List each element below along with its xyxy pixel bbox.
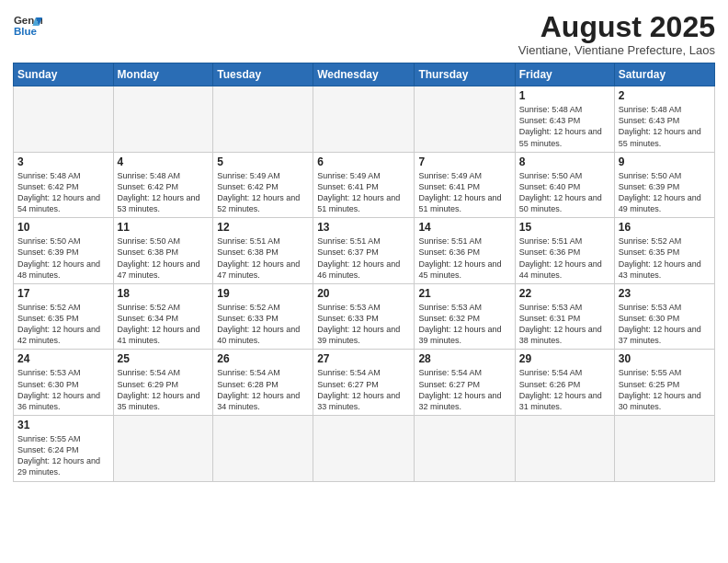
calendar: SundayMondayTuesdayWednesdayThursdayFrid… — [13, 63, 715, 481]
calendar-cell: 14Sunrise: 5:51 AM Sunset: 6:36 PM Dayli… — [415, 218, 515, 284]
day-number: 6 — [317, 155, 410, 168]
day-number: 31 — [17, 419, 109, 431]
day-number: 1 — [519, 89, 610, 102]
day-info: Sunrise: 5:51 AM Sunset: 6:36 PM Dayligh… — [519, 236, 610, 281]
calendar-cell: 8Sunrise: 5:50 AM Sunset: 6:40 PM Daylig… — [515, 152, 614, 218]
day-info: Sunrise: 5:54 AM Sunset: 6:27 PM Dayligh… — [317, 367, 410, 412]
calendar-cell: 9Sunrise: 5:50 AM Sunset: 6:39 PM Daylig… — [614, 152, 714, 218]
day-info: Sunrise: 5:52 AM Sunset: 6:35 PM Dayligh… — [17, 302, 109, 347]
calendar-cell: 6Sunrise: 5:49 AM Sunset: 6:41 PM Daylig… — [313, 152, 415, 218]
calendar-cell: 17Sunrise: 5:52 AM Sunset: 6:35 PM Dayli… — [14, 283, 114, 350]
calendar-cell: 5Sunrise: 5:49 AM Sunset: 6:42 PM Daylig… — [213, 152, 313, 218]
day-info: Sunrise: 5:48 AM Sunset: 6:42 PM Dayligh… — [118, 170, 210, 215]
calendar-week-1: 3Sunrise: 5:48 AM Sunset: 6:42 PM Daylig… — [14, 152, 715, 218]
day-info: Sunrise: 5:55 AM Sunset: 6:24 PM Dayligh… — [17, 433, 109, 478]
calendar-cell — [14, 86, 114, 153]
day-number: 15 — [519, 221, 610, 234]
calendar-cell: 29Sunrise: 5:54 AM Sunset: 6:26 PM Dayli… — [515, 350, 614, 416]
day-number: 29 — [519, 352, 610, 365]
weekday-header-row: SundayMondayTuesdayWednesdayThursdayFrid… — [14, 63, 715, 86]
calendar-cell: 13Sunrise: 5:51 AM Sunset: 6:37 PM Dayli… — [313, 218, 415, 284]
calendar-cell: 26Sunrise: 5:54 AM Sunset: 6:28 PM Dayli… — [213, 350, 313, 416]
day-number: 28 — [418, 352, 510, 365]
day-info: Sunrise: 5:48 AM Sunset: 6:42 PM Dayligh… — [17, 170, 109, 215]
day-number: 4 — [118, 155, 210, 168]
day-number: 30 — [619, 352, 711, 365]
calendar-cell: 24Sunrise: 5:53 AM Sunset: 6:30 PM Dayli… — [14, 350, 114, 416]
calendar-cell: 31Sunrise: 5:55 AM Sunset: 6:24 PM Dayli… — [14, 416, 114, 482]
day-info: Sunrise: 5:49 AM Sunset: 6:41 PM Dayligh… — [418, 170, 510, 215]
calendar-cell — [415, 86, 515, 153]
calendar-week-0: 1Sunrise: 5:48 AM Sunset: 6:43 PM Daylig… — [14, 86, 715, 153]
day-number: 20 — [317, 287, 410, 300]
calendar-week-2: 10Sunrise: 5:50 AM Sunset: 6:39 PM Dayli… — [14, 218, 715, 284]
day-number: 10 — [17, 221, 109, 234]
calendar-cell: 21Sunrise: 5:53 AM Sunset: 6:32 PM Dayli… — [415, 283, 515, 350]
calendar-cell: 4Sunrise: 5:48 AM Sunset: 6:42 PM Daylig… — [113, 152, 213, 218]
day-number: 22 — [519, 287, 610, 300]
logo: General Blue — [13, 11, 42, 40]
calendar-cell: 16Sunrise: 5:52 AM Sunset: 6:35 PM Dayli… — [614, 218, 714, 284]
day-info: Sunrise: 5:52 AM Sunset: 6:34 PM Dayligh… — [118, 302, 210, 347]
day-info: Sunrise: 5:53 AM Sunset: 6:30 PM Dayligh… — [619, 302, 711, 347]
day-number: 21 — [418, 287, 510, 300]
day-info: Sunrise: 5:49 AM Sunset: 6:41 PM Dayligh… — [317, 170, 410, 215]
calendar-cell: 27Sunrise: 5:54 AM Sunset: 6:27 PM Dayli… — [313, 350, 415, 416]
weekday-header-sunday: Sunday — [14, 63, 114, 86]
calendar-cell — [313, 416, 415, 482]
day-number: 24 — [17, 352, 109, 365]
calendar-cell: 10Sunrise: 5:50 AM Sunset: 6:39 PM Dayli… — [14, 218, 114, 284]
day-info: Sunrise: 5:51 AM Sunset: 6:38 PM Dayligh… — [217, 236, 309, 281]
weekday-header-saturday: Saturday — [614, 63, 714, 86]
day-info: Sunrise: 5:54 AM Sunset: 6:26 PM Dayligh… — [519, 367, 610, 412]
day-info: Sunrise: 5:50 AM Sunset: 6:40 PM Dayligh… — [519, 170, 610, 215]
calendar-cell: 30Sunrise: 5:55 AM Sunset: 6:25 PM Dayli… — [614, 350, 714, 416]
day-number: 12 — [217, 221, 309, 234]
day-number: 13 — [317, 221, 410, 234]
day-number: 18 — [118, 287, 210, 300]
day-info: Sunrise: 5:53 AM Sunset: 6:33 PM Dayligh… — [317, 302, 410, 347]
day-info: Sunrise: 5:50 AM Sunset: 6:38 PM Dayligh… — [118, 236, 210, 281]
calendar-cell: 11Sunrise: 5:50 AM Sunset: 6:38 PM Dayli… — [113, 218, 213, 284]
calendar-cell — [213, 86, 313, 153]
day-number: 23 — [619, 287, 711, 300]
day-info: Sunrise: 5:51 AM Sunset: 6:36 PM Dayligh… — [418, 236, 510, 281]
calendar-cell: 12Sunrise: 5:51 AM Sunset: 6:38 PM Dayli… — [213, 218, 313, 284]
weekday-header-tuesday: Tuesday — [213, 63, 313, 86]
day-info: Sunrise: 5:48 AM Sunset: 6:43 PM Dayligh… — [519, 104, 610, 149]
day-info: Sunrise: 5:50 AM Sunset: 6:39 PM Dayligh… — [619, 170, 711, 215]
day-info: Sunrise: 5:53 AM Sunset: 6:30 PM Dayligh… — [17, 367, 109, 412]
day-number: 5 — [217, 155, 309, 168]
calendar-cell: 15Sunrise: 5:51 AM Sunset: 6:36 PM Dayli… — [515, 218, 614, 284]
calendar-cell: 3Sunrise: 5:48 AM Sunset: 6:42 PM Daylig… — [14, 152, 114, 218]
calendar-cell: 22Sunrise: 5:53 AM Sunset: 6:31 PM Dayli… — [515, 283, 614, 350]
svg-text:Blue: Blue — [14, 26, 38, 37]
day-number: 27 — [317, 352, 410, 365]
month-title: August 2025 — [518, 11, 715, 43]
weekday-header-wednesday: Wednesday — [313, 63, 415, 86]
day-info: Sunrise: 5:54 AM Sunset: 6:29 PM Dayligh… — [118, 367, 210, 412]
calendar-cell: 18Sunrise: 5:52 AM Sunset: 6:34 PM Dayli… — [113, 283, 213, 350]
day-info: Sunrise: 5:53 AM Sunset: 6:32 PM Dayligh… — [418, 302, 510, 347]
calendar-cell — [515, 416, 614, 482]
calendar-cell: 1Sunrise: 5:48 AM Sunset: 6:43 PM Daylig… — [515, 86, 614, 153]
day-info: Sunrise: 5:52 AM Sunset: 6:33 PM Dayligh… — [217, 302, 309, 347]
calendar-cell: 23Sunrise: 5:53 AM Sunset: 6:30 PM Dayli… — [614, 283, 714, 350]
day-number: 25 — [118, 352, 210, 365]
calendar-cell — [113, 86, 213, 153]
calendar-cell — [415, 416, 515, 482]
day-info: Sunrise: 5:49 AM Sunset: 6:42 PM Dayligh… — [217, 170, 309, 215]
calendar-week-5: 31Sunrise: 5:55 AM Sunset: 6:24 PM Dayli… — [14, 416, 715, 482]
day-info: Sunrise: 5:55 AM Sunset: 6:25 PM Dayligh… — [619, 367, 711, 412]
calendar-cell — [614, 416, 714, 482]
calendar-cell — [113, 416, 213, 482]
day-info: Sunrise: 5:48 AM Sunset: 6:43 PM Dayligh… — [619, 104, 711, 149]
calendar-cell: 28Sunrise: 5:54 AM Sunset: 6:27 PM Dayli… — [415, 350, 515, 416]
title-block: August 2025 Vientiane, Vientiane Prefect… — [518, 11, 715, 57]
day-number: 2 — [619, 89, 711, 102]
day-info: Sunrise: 5:51 AM Sunset: 6:37 PM Dayligh… — [317, 236, 410, 281]
calendar-cell — [213, 416, 313, 482]
calendar-cell: 2Sunrise: 5:48 AM Sunset: 6:43 PM Daylig… — [614, 86, 714, 153]
day-number: 3 — [17, 155, 109, 168]
weekday-header-monday: Monday — [113, 63, 213, 86]
